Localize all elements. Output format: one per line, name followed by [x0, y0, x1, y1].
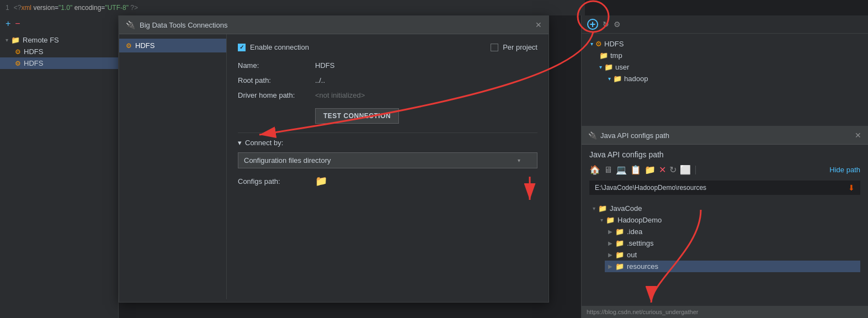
hdfs-tmp-node[interactable]: 📁 tmp: [596, 50, 862, 61]
file-node-javacode[interactable]: ▾ 📁 JavaCode: [589, 203, 860, 214]
home-icon[interactable]: 🏠: [589, 165, 600, 175]
dialog-content: ⚙ HDFS ✓ Enable connection Per project: [119, 34, 549, 299]
add-icon[interactable]: +: [6, 19, 10, 29]
check-mark: ✓: [239, 44, 244, 50]
java-api-close-button[interactable]: ✕: [855, 131, 861, 140]
configuration-files-label: Configuration files directory: [244, 156, 331, 165]
settings-label: .settings: [627, 239, 653, 247]
configs-path-label: Configs path:: [238, 177, 315, 186]
name-label: Name:: [238, 61, 315, 70]
hdfs-icon-1: ⚙: [15, 48, 21, 56]
path-value: E:\JavaCode\HadoopDemo\resources: [595, 184, 706, 192]
add-connection-icon[interactable]: +: [587, 19, 598, 30]
hdfs-label-2: HDFS: [24, 59, 43, 67]
sidebar-item-remote-fs[interactable]: ▾ 📁 Remote FS: [0, 34, 118, 46]
test-connection-button[interactable]: TEST CONNECTION: [315, 108, 399, 124]
java-api-panel: 🔌 Java API configs path ✕ Java API confi…: [581, 126, 868, 318]
minus-icon[interactable]: −: [15, 19, 20, 29]
folder-icon[interactable]: 📁: [645, 165, 656, 175]
file-tree: ▾ 📁 JavaCode ▾ 📁 HadoopDemo ▶ 📁 .idea ▶ …: [589, 200, 860, 274]
hadoop-label: hadoop: [624, 75, 648, 83]
sync-icon[interactable]: ↻: [669, 165, 677, 175]
out-label: out: [627, 251, 637, 259]
status-url: https://blog.csdn.net/curious_undergathe…: [587, 309, 698, 315]
tmp-folder-icon: 📁: [599, 51, 608, 60]
sidebar-tree: ▾ 📁 Remote FS ⚙ HDFS ⚙ HDFS: [0, 32, 118, 71]
java-api-title: Java API configs path: [600, 131, 669, 140]
copy-icon[interactable]: 📋: [630, 165, 641, 175]
java-api-title-icon: 🔌: [588, 131, 597, 140]
hdfs-file-tree: ▾ ⚙ HDFS 📁 tmp ▾ 📁 user ▾ 📁 hadoop: [582, 34, 868, 89]
root-path-row: Root path: ../..: [238, 76, 537, 84]
dialog-title-area: 🔌 Big Data Tools Connections: [126, 20, 227, 29]
file-node-resources[interactable]: ▶ 📁 resources: [605, 261, 860, 272]
java-api-titlebar: 🔌 Java API configs path ✕: [582, 126, 868, 145]
idea-label: .idea: [627, 227, 642, 236]
refresh-icon[interactable]: ↻: [603, 20, 609, 29]
out-folder-icon: 📁: [615, 251, 624, 259]
user-chevron-icon: ▾: [599, 64, 602, 70]
javacode-chevron: ▾: [593, 205, 595, 211]
hdfs-hadoop-node[interactable]: ▾ 📁 hadoop: [605, 73, 862, 84]
file-node-out[interactable]: ▶ 📁 out: [605, 249, 860, 261]
per-project-label: Per project: [503, 43, 537, 51]
java-api-title-area: 🔌 Java API configs path: [588, 131, 669, 140]
user-folder-icon: 📁: [604, 63, 613, 71]
sidebar-item-hdfs1[interactable]: ⚙ HDFS: [0, 46, 118, 57]
file-node-idea[interactable]: ▶ 📁 .idea: [605, 226, 860, 237]
connect-by-label[interactable]: ▾ Connect by:: [238, 139, 537, 147]
laptop-icon[interactable]: 💻: [616, 165, 627, 175]
enable-connection-label: Enable connection: [250, 43, 309, 51]
folder-browse-icon[interactable]: 📁: [315, 175, 327, 187]
enable-connection-checkbox[interactable]: ✓: [238, 44, 246, 51]
expand-icon[interactable]: ⬜: [680, 165, 691, 175]
hdfs-root-node[interactable]: ▾ ⚙ HDFS: [587, 38, 862, 50]
javacode-folder-icon: 📁: [598, 204, 607, 213]
left-sidebar: + − ▾ 📁 Remote FS ⚙ HDFS ⚙ HDFS: [0, 15, 119, 318]
per-project-group: Per project: [491, 43, 537, 51]
dialog-titlebar: 🔌 Big Data Tools Connections ✕: [119, 16, 549, 34]
tmp-label: tmp: [610, 51, 622, 60]
java-api-toolbar: 🏠 🖥 💻 📋 📁 ✕ ↻ ⬜ Hide path: [589, 165, 860, 175]
connect-by-text: Connect by:: [245, 139, 283, 147]
dialog-left-panel: ⚙ HDFS: [119, 34, 227, 299]
connect-by-chevron: ▾: [238, 139, 242, 147]
hide-path-button[interactable]: Hide path: [829, 166, 860, 174]
root-path-value: ../..: [315, 76, 325, 84]
sidebar-item-hdfs2[interactable]: ⚙ HDFS: [0, 57, 118, 69]
per-project-checkbox[interactable]: [491, 44, 498, 51]
dialog-close-button[interactable]: ✕: [535, 20, 542, 29]
file-node-hadoopdemo[interactable]: ▾ 📁 HadoopDemo: [597, 214, 860, 226]
dialog-hdfs-item[interactable]: ⚙ HDFS: [119, 39, 226, 52]
resources-label: resources: [627, 262, 658, 271]
java-api-heading: Java API configs path: [589, 150, 860, 159]
xml-declaration: <?xml version="1.0" encoding="UTF-8" ?>: [14, 4, 138, 12]
download-icon[interactable]: ⬇: [848, 183, 855, 192]
out-chevron: ▶: [608, 252, 613, 258]
name-field-row: Name: HDFS: [238, 61, 537, 70]
path-display: E:\JavaCode\HadoopDemo\resources ⬇: [589, 181, 860, 195]
test-connection-area: TEST CONNECTION: [238, 106, 537, 124]
remote-fs-label: Remote FS: [23, 36, 59, 44]
sidebar-toolbar: + −: [0, 15, 118, 32]
connect-by-dropdown[interactable]: Configuration files directory ▾: [238, 152, 537, 168]
name-value: HDFS: [315, 61, 334, 70]
configs-path-row: Configs path: 📁: [238, 175, 537, 187]
driver-home-path-label: Driver home path:: [238, 91, 315, 99]
hdfs-list-icon: ⚙: [126, 42, 132, 50]
chevron-icon: ▾: [590, 41, 593, 47]
monitor-icon[interactable]: 🖥: [604, 165, 613, 175]
settings-chevron: ▶: [608, 240, 613, 246]
settings-folder-icon: 📁: [615, 239, 624, 247]
resources-chevron: ▶: [608, 263, 613, 269]
delete-icon[interactable]: ✕: [659, 165, 666, 175]
javacode-label: JavaCode: [610, 204, 642, 213]
hadoopdemo-folder-icon: 📁: [606, 216, 615, 224]
enable-connection-group: ✓ Enable connection: [238, 43, 309, 51]
settings-icon[interactable]: ⚙: [614, 20, 621, 29]
hdfs-root-label: HDFS: [604, 40, 624, 48]
driver-home-path-value: <not initialized>: [315, 91, 365, 99]
hadoop-chevron-icon: ▾: [608, 76, 611, 82]
hdfs-user-node[interactable]: ▾ 📁 user: [596, 61, 862, 73]
file-node-settings[interactable]: ▶ 📁 .settings: [605, 237, 860, 249]
